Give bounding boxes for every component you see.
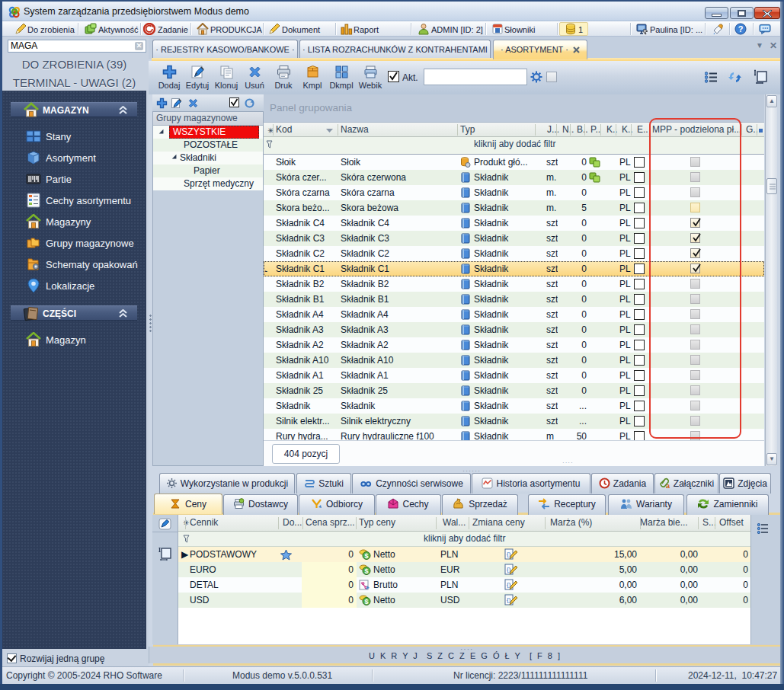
svg-text:$: $ [364,552,368,560]
svg-text:?: ? [738,24,744,34]
svg-text:$: $ [364,567,368,575]
svg-text:$: $ [364,598,368,605]
svg-text:a: a [666,482,670,489]
